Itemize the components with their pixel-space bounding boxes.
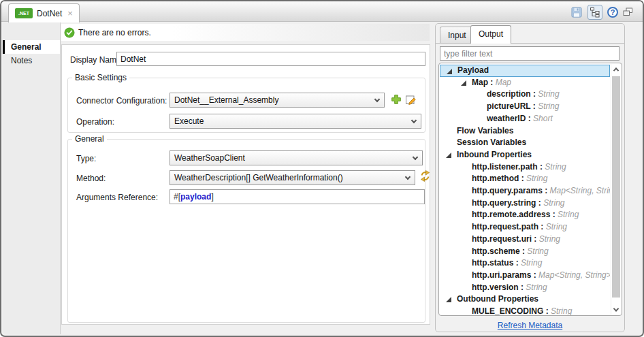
tree-node-type: Map<String, String> xyxy=(549,186,610,195)
sidebar-item-general[interactable]: General xyxy=(3,40,60,54)
save-icon[interactable] xyxy=(570,6,583,18)
sidebar-spacer xyxy=(3,22,60,40)
tree-view-icon[interactable] xyxy=(587,5,602,20)
properties-form: Display Name: Basic Settings Connector C… xyxy=(61,44,430,325)
tree-node-label: Outbound Properties xyxy=(440,294,538,304)
tree-node-http-listener-path[interactable]: http.listener.path : String xyxy=(440,161,610,174)
tree-node-label: http.query.params xyxy=(440,186,543,195)
restore-pane-icon[interactable] xyxy=(623,7,633,16)
general-legend: General xyxy=(72,134,107,144)
tree-node-type: String xyxy=(546,222,567,231)
tree-node-type: String xyxy=(538,101,559,111)
tree-node-type: Short xyxy=(533,114,553,123)
tab-output[interactable]: Output xyxy=(470,25,511,44)
tree-node-outbound-properties[interactable]: Outbound Properties xyxy=(440,293,610,306)
tree-node-weatherid[interactable]: weatherID : Short xyxy=(440,113,610,125)
tree-node-mule-encoding[interactable]: MULE_ENCODING : String xyxy=(440,306,610,316)
tree-node-http-method[interactable]: http.method : String xyxy=(440,173,610,185)
tree-node-label: http.remote.address xyxy=(440,210,550,219)
tree-node-http-status[interactable]: http.status : String xyxy=(440,257,610,270)
general-group: General Type: WeatherSoapClient Method: … xyxy=(67,139,425,323)
tree-scrollbar[interactable] xyxy=(611,64,621,315)
chevron-down-icon xyxy=(374,97,380,102)
tree-node-label: description xyxy=(440,89,531,99)
tree-node-http-query-string[interactable]: http.query.string : String xyxy=(440,197,610,210)
tree-node-type: String xyxy=(545,162,566,172)
tree-node-http-query-params[interactable]: http.query.params : Map<String, String> xyxy=(440,185,610,197)
connector-configuration-select[interactable]: DotNet__External_Assembly xyxy=(170,93,385,108)
tree-node-type: Map<String, String> xyxy=(538,270,610,280)
tree-node-http-remote-address[interactable]: http.remote.address : String xyxy=(440,209,610,221)
operation-select[interactable]: Execute xyxy=(170,114,421,129)
tree-node-http-version[interactable]: http.version : String xyxy=(440,282,610,294)
tree-node-type: String xyxy=(558,210,579,219)
type-separator: : xyxy=(543,306,551,316)
expanded-arrow-icon[interactable] xyxy=(447,69,452,74)
tree-node-session-variables[interactable]: Session Variables xyxy=(440,137,610,149)
editor-tab-dotnet[interactable]: .NET DotNet × xyxy=(8,3,80,22)
help-icon[interactable]: ? xyxy=(607,7,618,18)
metadata-filter-input[interactable] xyxy=(440,46,619,61)
tree-node-label: http.request.path xyxy=(440,222,538,231)
expanded-arrow-icon[interactable] xyxy=(461,80,466,86)
tree-node-label: http.version xyxy=(440,283,519,292)
type-select[interactable]: WeatherSoapClient xyxy=(170,150,423,165)
type-separator: : xyxy=(536,198,543,208)
tree-node-http-request-uri[interactable]: http.request.uri : String xyxy=(440,234,610,246)
expanded-arrow-icon[interactable] xyxy=(446,297,451,302)
chevron-down-icon xyxy=(411,118,417,123)
tree-node-http-uri-params[interactable]: http.uri.params : Map<String, String> xyxy=(440,270,610,282)
arguments-reference-label: Arguments Reference: xyxy=(76,193,158,202)
tree-node-http-request-path[interactable]: http.request.path : String xyxy=(440,221,610,234)
tree-node-payload[interactable]: Payload xyxy=(440,65,610,77)
tree-node-type: String xyxy=(543,198,564,208)
type-separator: : xyxy=(520,246,528,256)
toolbar: ? xyxy=(570,3,633,20)
display-name-label: Display Name: xyxy=(70,55,123,65)
tree-node-flow-variables[interactable]: Flow Variables xyxy=(440,125,610,138)
operation-label: Operation: xyxy=(76,117,114,127)
tree-node-type: String xyxy=(526,174,547,183)
tree-node-pictureurl[interactable]: pictureURL : String xyxy=(440,101,610,113)
tree-node-label: pictureURL xyxy=(440,101,530,111)
refresh-methods-icon[interactable] xyxy=(419,170,432,185)
refresh-metadata-link[interactable]: Refresh Metadata xyxy=(436,321,624,330)
arguments-reference-input[interactable]: #[payload] xyxy=(170,189,425,204)
tab-input[interactable]: Input xyxy=(440,27,474,43)
display-name-input[interactable] xyxy=(116,52,425,66)
connector-configuration-label: Connector Configuration: xyxy=(76,96,167,106)
scrollbar-thumb[interactable] xyxy=(612,76,620,298)
tree-node-label: http.query.string xyxy=(440,198,536,208)
scroll-down-icon[interactable] xyxy=(611,304,621,315)
method-label: Method: xyxy=(76,174,106,183)
type-separator: : xyxy=(531,89,538,99)
tree-node-inbound-properties[interactable]: Inbound Properties xyxy=(440,149,610,161)
tree-node-description[interactable]: description : String xyxy=(440,89,610,101)
type-separator: : xyxy=(488,78,496,87)
metadata-tree: PayloadMap : Mapdescription : Stringpict… xyxy=(438,63,622,316)
expanded-arrow-icon[interactable] xyxy=(446,153,451,158)
tree-node-label: http.uri.params xyxy=(440,270,531,280)
add-configuration-icon[interactable] xyxy=(391,94,402,108)
tree-node-label: http.request.uri xyxy=(440,234,532,244)
tree-node-label: http.status xyxy=(440,258,513,268)
tree-node-label: Flow Variables xyxy=(440,126,513,135)
tree-node-type: String xyxy=(521,258,542,268)
tab-title: DotNet xyxy=(37,9,62,18)
tree-node-label: http.method xyxy=(440,174,519,183)
tree-node-label: http.listener.path xyxy=(440,162,538,172)
type-separator: : xyxy=(543,186,550,195)
properties-editor: There are no errors. Display Name: Basic… xyxy=(61,22,431,334)
basic-settings-legend: Basic Settings xyxy=(72,73,129,82)
tree-node-map[interactable]: Map : Map xyxy=(440,77,610,89)
tree-node-http-scheme[interactable]: http.scheme : String xyxy=(440,246,610,258)
edit-configuration-icon[interactable] xyxy=(405,94,417,108)
tab-close-icon[interactable]: × xyxy=(67,9,73,18)
method-select[interactable]: WeatherDescription[] GetWeatherInformati… xyxy=(170,170,415,185)
tree-node-label: http.scheme xyxy=(440,246,520,256)
scroll-up-icon[interactable] xyxy=(611,64,621,74)
sidebar-item-notes[interactable]: Notes xyxy=(3,54,60,67)
type-separator: : xyxy=(538,162,545,172)
type-separator: : xyxy=(519,283,526,292)
tree-node-type: String xyxy=(539,234,560,244)
